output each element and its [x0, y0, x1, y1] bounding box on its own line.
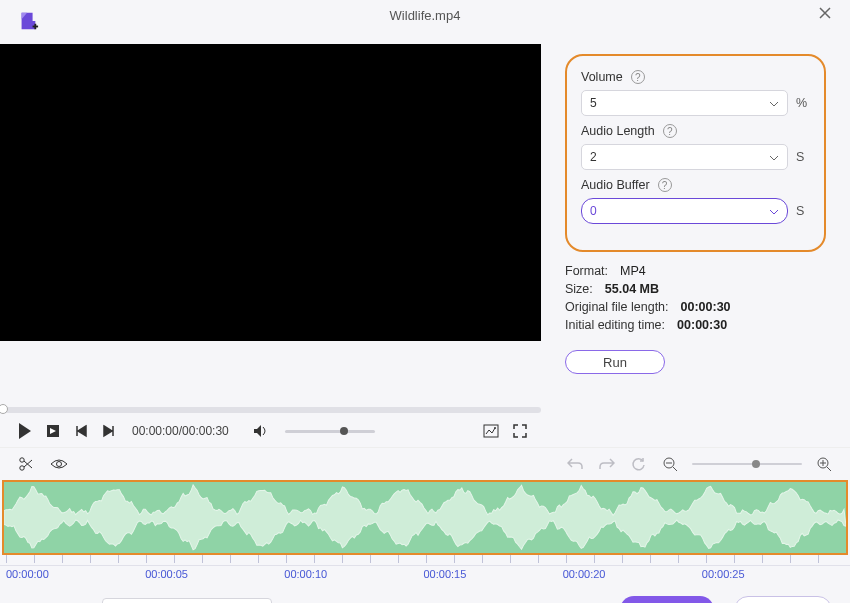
orig-length-value: 00:00:30 — [681, 300, 731, 314]
volume-label-text: Volume — [581, 70, 623, 84]
time-display: 00:00:00/00:00:30 — [132, 424, 229, 438]
tick-3: 00:00:15 — [423, 568, 466, 580]
export-button[interactable]: Export — [620, 596, 714, 603]
audio-buffer-unit: S — [796, 204, 810, 218]
chevron-down-icon — [769, 96, 779, 110]
init-time-label: Initial editing time: — [565, 318, 665, 332]
audio-length-select[interactable]: 2 — [581, 144, 788, 170]
undo-icon[interactable] — [567, 457, 583, 471]
volume-thumb[interactable] — [340, 427, 348, 435]
tick-5: 00:00:25 — [702, 568, 745, 580]
scrub-handle[interactable] — [0, 404, 8, 414]
volume-slider[interactable] — [285, 430, 375, 433]
zoom-thumb[interactable] — [752, 460, 760, 468]
tick-0: 00:00:00 — [6, 568, 49, 580]
redo-icon[interactable] — [599, 457, 615, 471]
title-bar: Wildlife.mp4 — [0, 0, 850, 24]
edit-toolbar — [0, 447, 850, 476]
cancel-button[interactable]: Cancel — [734, 596, 832, 603]
volume-value: 5 — [590, 96, 597, 110]
audio-length-unit: S — [796, 150, 810, 164]
file-meta: Format:MP4 Size:55.04 MB Original file l… — [565, 262, 826, 332]
eye-icon[interactable] — [50, 458, 68, 470]
tick-4: 00:00:20 — [563, 568, 606, 580]
svg-point-5 — [20, 458, 24, 462]
audio-buffer-select[interactable]: 0 — [581, 198, 788, 224]
run-button[interactable]: Run — [565, 350, 665, 374]
zoom-slider[interactable] — [692, 463, 802, 465]
snapshot-icon[interactable] — [483, 424, 499, 438]
chevron-down-icon — [769, 204, 779, 218]
play-icon[interactable] — [18, 423, 32, 439]
svg-rect-3 — [484, 425, 498, 437]
stop-icon[interactable] — [46, 424, 60, 438]
app-logo-icon — [17, 10, 39, 32]
waveform-track[interactable] — [2, 480, 848, 555]
chevron-down-icon — [769, 150, 779, 164]
audio-length-label-text: Audio Length — [581, 124, 655, 138]
fullscreen-icon[interactable] — [513, 424, 527, 438]
timeline-ticks: 00:00:00 00:00:05 00:00:10 00:00:15 00:0… — [0, 565, 850, 580]
run-label: Run — [603, 355, 627, 370]
svg-rect-1 — [34, 24, 36, 30]
tick-blank — [841, 568, 844, 580]
playback-controls: 00:00:00/00:00:30 — [0, 413, 541, 447]
close-icon[interactable] — [818, 6, 832, 24]
svg-point-4 — [494, 427, 496, 429]
help-icon[interactable]: ? — [631, 70, 645, 84]
time-total: 00:00:30 — [182, 424, 229, 438]
volume-label: Volume ? — [581, 70, 810, 84]
size-label: Size: — [565, 282, 593, 296]
zoom-out-icon[interactable] — [662, 456, 678, 472]
audio-buffer-label: Audio Buffer ? — [581, 178, 810, 192]
help-icon[interactable]: ? — [663, 124, 677, 138]
audio-length-label: Audio Length ? — [581, 124, 810, 138]
format-label: Format: — [565, 264, 608, 278]
audio-buffer-label-text: Audio Buffer — [581, 178, 650, 192]
size-value: 55.04 MB — [605, 282, 659, 296]
file-location-select[interactable]: E:\Wondershare UniConverter — [102, 598, 272, 603]
init-time-value: 00:00:30 — [677, 318, 727, 332]
time-current: 00:00:00 — [132, 424, 179, 438]
svg-point-6 — [20, 466, 24, 470]
zoom-in-icon[interactable] — [816, 456, 832, 472]
orig-length-label: Original file length: — [565, 300, 669, 314]
volume-select[interactable]: 5 — [581, 90, 788, 116]
audio-length-value: 2 — [590, 150, 597, 164]
audio-settings-group: Volume ? 5 % Audio Length ? 2 S — [565, 54, 826, 252]
svg-point-7 — [57, 462, 62, 467]
refresh-icon[interactable] — [631, 457, 646, 472]
window-title: Wildlife.mp4 — [390, 8, 461, 23]
settings-panel: Volume ? 5 % Audio Length ? 2 S — [541, 44, 850, 404]
prev-icon[interactable] — [74, 424, 88, 438]
scissors-icon[interactable] — [18, 456, 34, 472]
volume-unit: % — [796, 96, 810, 110]
video-preview — [0, 44, 541, 341]
format-value: MP4 — [620, 264, 646, 278]
timeline-ruler — [6, 555, 844, 563]
audio-buffer-value: 0 — [590, 204, 597, 218]
help-icon[interactable]: ? — [658, 178, 672, 192]
tick-2: 00:00:10 — [284, 568, 327, 580]
playhead-scrubber[interactable] — [0, 407, 541, 413]
footer-bar: File Location: E:\Wondershare UniConvert… — [0, 580, 850, 603]
volume-icon[interactable] — [253, 424, 269, 438]
next-icon[interactable] — [102, 424, 116, 438]
tick-1: 00:00:05 — [145, 568, 188, 580]
